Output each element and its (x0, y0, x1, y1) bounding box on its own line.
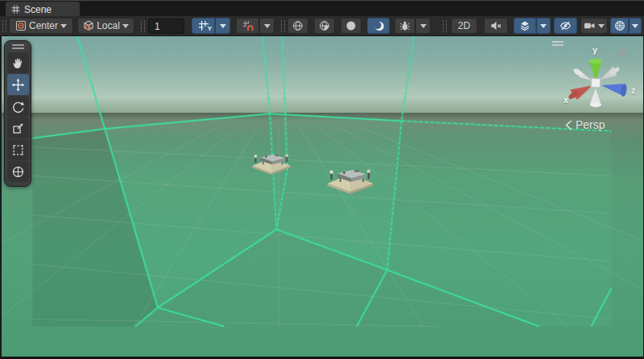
scene-canvas[interactable] (0, 36, 644, 359)
chevron-down-icon (264, 24, 270, 28)
lock-open-icon[interactable] (618, 47, 628, 57)
snap-toggle-button[interactable] (236, 18, 259, 34)
transform-icon (11, 165, 25, 179)
grid-size-input[interactable] (148, 19, 184, 34)
tool-transform[interactable] (7, 161, 29, 182)
chevron-down-icon (632, 24, 638, 28)
grid-visibility-button[interactable]: Y (192, 18, 215, 34)
toolbar-drag-handle[interactable] (2, 20, 6, 32)
orientation-gizmo[interactable]: y x z (559, 40, 640, 121)
snap-magnet-icon (242, 20, 254, 31)
gizmos-toggle-button[interactable] (610, 18, 629, 34)
chevron-left-icon (565, 120, 572, 130)
audio-toggle-button[interactable] (484, 18, 508, 34)
grid-axis-label: Y (208, 26, 212, 32)
tool-rect[interactable] (7, 139, 29, 160)
tab-bar: Scene (0, 0, 644, 16)
scene-viewport[interactable]: y x z Persp (0, 36, 644, 359)
rotate-icon (11, 100, 25, 113)
pivot-mode-button[interactable]: Center (9, 18, 73, 34)
axis-z-label[interactable]: z (631, 85, 636, 95)
scene-visibility-button[interactable] (554, 18, 577, 34)
handle-orientation-label: Local (97, 20, 120, 31)
move-icon (11, 78, 25, 92)
chevron-down-icon (540, 24, 547, 28)
scale-icon (11, 122, 25, 135)
eye-slash-icon (559, 20, 572, 31)
debug-mode-dropdown[interactable] (415, 18, 431, 34)
wireframe-mode-button[interactable] (287, 18, 308, 34)
toolbar-drag-handle[interactable] (141, 20, 145, 32)
tab-label: Scene (24, 4, 52, 15)
tool-pan[interactable] (7, 52, 29, 73)
axis-gizmo-icon (559, 40, 640, 121)
pivot-mode-label: Center (29, 20, 58, 31)
axis-y-label[interactable]: y (592, 45, 597, 55)
tool-scale[interactable] (7, 118, 29, 138)
mode-2d-button[interactable]: 2D (451, 18, 477, 34)
viewport-border (0, 36, 2, 359)
unity-scene-window: Scene Center Local (0, 0, 644, 359)
tools-drag-handle[interactable] (12, 44, 24, 49)
snap-dropdown[interactable] (259, 18, 275, 34)
projection-label: Persp (576, 118, 605, 131)
projection-toggle[interactable]: Persp (565, 118, 605, 131)
tools-overlay (4, 40, 31, 187)
scene-toolbar: Center Local Y (0, 16, 644, 36)
shaded-wireframe-mode-button[interactable] (314, 18, 335, 34)
shaded-wireframe-globe-icon (319, 20, 330, 31)
local-cube-icon (83, 20, 94, 31)
hand-icon (11, 56, 25, 70)
rect-icon (11, 143, 25, 157)
gizmos-globe-icon (614, 20, 625, 31)
camera-icon (584, 20, 596, 31)
bug-icon (399, 20, 411, 31)
shaded-mode-button[interactable] (341, 18, 361, 34)
handle-orientation-button[interactable]: Local (77, 18, 134, 34)
grid-visibility-dropdown[interactable] (215, 18, 230, 34)
chevron-down-icon (420, 24, 427, 28)
chevron-down-icon (220, 24, 226, 28)
chevron-down-icon (598, 24, 605, 28)
pivot-center-icon (15, 20, 27, 31)
tool-rotate[interactable] (7, 96, 29, 117)
navmesh-walls (32, 113, 611, 326)
effects-dropdown[interactable] (536, 18, 551, 34)
chevron-down-icon (122, 24, 129, 28)
toolbar-drag-handle[interactable] (443, 20, 447, 32)
effects-layers-icon (519, 20, 530, 31)
axis-x-label[interactable]: x (564, 95, 568, 105)
tab-scene[interactable]: Scene (6, 2, 80, 17)
speaker-muted-icon (490, 20, 502, 31)
tool-move[interactable] (7, 74, 29, 95)
toolbar-drag-handle[interactable] (281, 20, 285, 32)
scene-lighting-button[interactable] (367, 18, 390, 34)
grid-icon (11, 5, 20, 14)
effects-toggle-button[interactable] (514, 18, 536, 34)
debug-mode-button[interactable] (394, 18, 415, 34)
wireframe-globe-icon (292, 20, 303, 31)
camera-settings-button[interactable] (580, 18, 608, 34)
mode-2d-label: 2D (458, 20, 470, 31)
gizmos-dropdown[interactable] (629, 18, 642, 34)
shaded-sphere-icon (345, 20, 357, 31)
moon-icon (373, 20, 385, 32)
chevron-down-icon (60, 24, 67, 28)
